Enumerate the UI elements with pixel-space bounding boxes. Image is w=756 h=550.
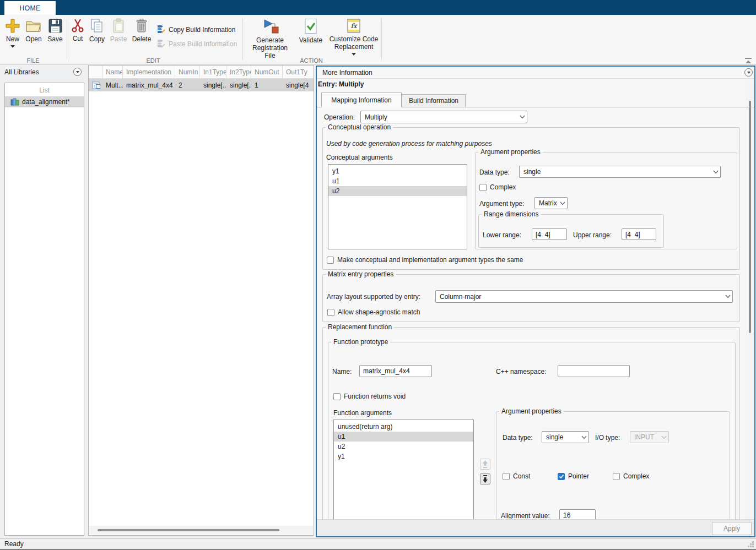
paste-build-information-button: Paste Build Information — [156, 39, 237, 48]
shape-agnostic-checkbox[interactable] — [327, 309, 334, 316]
array-layout-label: Array layout supported by entry: — [327, 293, 420, 301]
save-button-label: Save — [47, 35, 62, 43]
argument-properties-legend: Argument properties — [478, 148, 543, 156]
edit-section-label: EDIT — [131, 57, 175, 64]
operation-value: Multiply — [361, 113, 518, 121]
new-button[interactable]: New — [3, 18, 22, 48]
validate-button[interactable]: Validate — [296, 18, 325, 44]
paste-button: Paste — [109, 18, 128, 43]
new-button-label: New — [6, 35, 19, 43]
array-layout-select[interactable]: Column-major — [435, 290, 733, 303]
same-types-checkbox-row[interactable]: Make conceptual and implementation argum… — [327, 256, 523, 264]
column-header-in2type[interactable]: In2Type — [226, 66, 251, 79]
operation-select[interactable]: Multiply — [360, 111, 527, 123]
list-item[interactable]: unused(return arg) — [334, 422, 473, 432]
library-icon — [10, 98, 19, 106]
function-arguments-label: Function arguments — [333, 409, 392, 417]
generate-registration-file-button[interactable]: Generate Registration File — [248, 18, 292, 59]
column-header-implementation[interactable]: Implementation — [123, 66, 175, 79]
function-name-input[interactable] — [359, 365, 432, 377]
copy-button[interactable]: Copy — [87, 18, 107, 43]
vertical-scrollbar-thumb[interactable] — [749, 101, 751, 333]
entries-panel: Name Implementation NumIn In1Type In2Typ… — [88, 65, 314, 536]
same-types-checkbox[interactable] — [327, 257, 334, 264]
argument-type-value: Matrix — [535, 199, 558, 207]
returns-void-checkbox-row[interactable]: Function returns void — [333, 393, 406, 400]
complex-checkbox-row[interactable]: Complex — [479, 183, 516, 191]
panel-collapse-button[interactable] — [744, 68, 753, 77]
vertical-scrollbar[interactable] — [746, 80, 754, 519]
data-type-label: Data type: — [479, 168, 510, 176]
new-dropdown-caret[interactable] — [10, 45, 15, 48]
list-item[interactable]: y1 — [334, 451, 473, 461]
chevron-down-icon — [723, 295, 732, 298]
chevron-down-icon — [558, 202, 567, 205]
column-header-numin[interactable]: NumIn — [175, 66, 200, 79]
upper-range-label: Upper range: — [573, 231, 612, 239]
list-item-selected[interactable]: u1 — [334, 432, 473, 442]
cut-button[interactable]: Cut — [70, 18, 85, 42]
entry-title: Entry: Multiply — [318, 80, 364, 88]
list-item[interactable]: y1 — [328, 166, 467, 176]
customize-dropdown-caret[interactable] — [352, 53, 356, 56]
paste-icon — [111, 18, 126, 34]
function-data-type-select[interactable]: single — [542, 431, 589, 443]
column-header-name[interactable]: Name — [102, 66, 123, 79]
ribbon: New Open Save FILE Cut Copy Paste Delete — [0, 15, 756, 65]
list-item[interactable]: u2 — [334, 442, 473, 451]
column-header-numout[interactable]: NumOut — [251, 66, 283, 79]
range-dimensions-legend: Range dimensions — [482, 210, 541, 218]
customize-code-replacement-icon: fx — [347, 18, 361, 34]
cpp-namespace-input[interactable] — [558, 365, 630, 377]
table-row[interactable]: Mult... matrix_mul_4x4 2 single[... sing… — [89, 79, 314, 91]
returns-void-checkbox[interactable] — [333, 393, 341, 400]
paste-button-label: Paste — [110, 35, 127, 43]
column-header-out1type[interactable]: Out1Ty — [283, 66, 314, 79]
more-information-header: More Information — [317, 67, 754, 79]
svg-text:fx: fx — [350, 22, 357, 30]
upper-range-input[interactable] — [622, 228, 656, 240]
tab-home[interactable]: HOME — [4, 1, 56, 15]
list-item-selected[interactable]: u2 — [328, 186, 467, 196]
pointer-checkbox[interactable] — [558, 473, 565, 480]
save-button[interactable]: Save — [46, 18, 64, 43]
shape-agnostic-checkbox-row[interactable]: Allow shape-agnostic match — [327, 308, 420, 316]
apply-button[interactable]: Apply — [712, 522, 752, 535]
open-button[interactable]: Open — [23, 18, 44, 43]
column-header-icon[interactable] — [89, 66, 102, 79]
libraries-list-header: List — [5, 83, 84, 96]
resize-grip[interactable] — [747, 541, 754, 548]
lower-range-input[interactable] — [532, 228, 567, 240]
paste-build-information-icon — [156, 39, 166, 48]
crtool-window: HOME New Open Save FILE Cut Copy — [0, 0, 756, 550]
pointer-checkbox-row[interactable]: Pointer — [558, 472, 589, 480]
function-complex-checkbox[interactable] — [613, 473, 620, 480]
delete-icon — [135, 18, 148, 34]
complex-checkbox[interactable] — [479, 184, 487, 191]
tab-build-information[interactable]: Build Information — [402, 94, 466, 107]
function-complex-checkbox-row[interactable]: Complex — [613, 472, 649, 480]
library-item[interactable]: data_alignment* — [5, 96, 84, 107]
delete-button[interactable]: Delete — [131, 18, 152, 43]
const-checkbox-row[interactable]: Const — [503, 472, 530, 480]
conceptual-arguments-list[interactable]: y1 u1 u2 — [328, 164, 467, 249]
complex-checkbox-label: Complex — [490, 183, 516, 191]
argument-type-select[interactable]: Matrix — [534, 197, 568, 209]
minimize-ribbon-button[interactable] — [744, 57, 753, 64]
horizontal-scrollbar[interactable] — [89, 526, 313, 535]
all-libraries-title: All Libraries — [4, 68, 39, 76]
data-type-select[interactable]: single — [519, 166, 721, 178]
tab-mapping-information[interactable]: Mapping Information — [321, 92, 402, 107]
horizontal-scrollbar-thumb[interactable] — [98, 529, 279, 531]
const-checkbox[interactable] — [503, 473, 510, 480]
customize-code-replacement-button[interactable]: fx Customize Code Replacement — [328, 18, 379, 56]
list-item[interactable]: u1 — [328, 176, 467, 186]
move-argument-down-button[interactable] — [480, 473, 490, 484]
conceptual-operation-legend: Conceptual operation — [326, 123, 393, 131]
libraries-collapse-button[interactable] — [73, 68, 82, 76]
column-header-in1type[interactable]: In1Type — [200, 66, 226, 79]
move-argument-up-button — [480, 459, 490, 470]
cell-name: Mult... — [102, 79, 123, 91]
copy-build-information-button[interactable]: Copy Build Information — [156, 25, 235, 34]
cell-implementation: matrix_mul_4x4 — [123, 79, 175, 91]
